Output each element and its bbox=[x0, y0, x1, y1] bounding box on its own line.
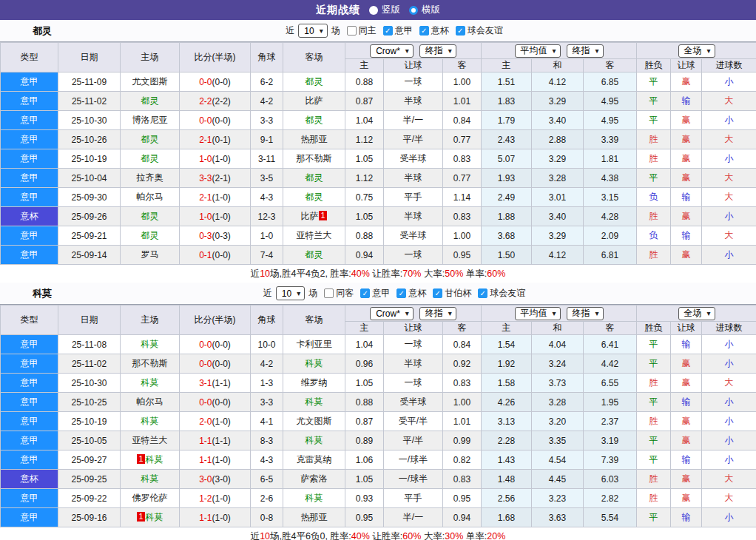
league-badge: 意甲 bbox=[1, 374, 58, 393]
summary-text: 近 bbox=[251, 269, 260, 279]
avg-home-cell: 2.49 bbox=[482, 188, 532, 207]
result-goals-cell: 小 bbox=[702, 207, 756, 226]
result-handicap-cell: 赢 bbox=[671, 374, 702, 393]
corners-cell: 9-1 bbox=[251, 130, 283, 149]
away-team-cell: 萨索洛 bbox=[283, 470, 345, 489]
away-team-cell: 都灵 bbox=[283, 169, 345, 188]
avg-source-select[interactable]: 平均值▾ bbox=[515, 44, 561, 58]
league-filter-checkbox[interactable]: ✓ bbox=[360, 288, 370, 298]
match-count-select[interactable]: 10▾ bbox=[298, 24, 327, 38]
half-time-score: (1-1) bbox=[212, 436, 231, 446]
score-cell: 1-0(1-0) bbox=[180, 207, 251, 226]
team-label: 比萨 bbox=[306, 95, 323, 106]
sub-column-header: 客 bbox=[584, 322, 637, 335]
team-label: 科莫 bbox=[141, 473, 159, 484]
chevron-down-icon: ▾ bbox=[707, 310, 711, 317]
full-time-score: 2-0 bbox=[199, 416, 212, 427]
team-label: 科莫 bbox=[141, 377, 159, 388]
result-scope-select[interactable]: 全场▾ bbox=[678, 44, 715, 58]
summary-text: 大率: bbox=[421, 269, 445, 279]
away-team-cell: 科莫 bbox=[283, 393, 345, 412]
result-group-selects: 全场▾ bbox=[637, 307, 756, 320]
league-filter-checkbox[interactable]: ✓ bbox=[478, 288, 487, 298]
team-label: 罗马 bbox=[141, 249, 159, 260]
score-cell: 0-0(0-0) bbox=[180, 335, 251, 354]
avg-source-select[interactable]: 平均值▾ bbox=[515, 307, 561, 320]
result-outcome-cell: 平 bbox=[637, 92, 671, 111]
odds-source-select[interactable]: Crow*▾ bbox=[370, 44, 414, 58]
section-team-2: 科莫 近10▾场同客✓意甲✓意杯✓甘伯杯✓球会友谊 类型日期主场比分(半场)角球… bbox=[0, 283, 756, 540]
page-title: 近期战绩 bbox=[316, 4, 360, 17]
radio-vertical-label: 竖版 bbox=[382, 4, 400, 16]
league-filter-checkbox[interactable]: ✓ bbox=[433, 288, 442, 298]
away-team-cell: 那不勒斯 bbox=[283, 149, 345, 169]
match-count-select[interactable]: 10▾ bbox=[276, 286, 305, 300]
home-team-cell: 博洛尼亚 bbox=[121, 111, 180, 130]
handicap-cell: 半球 bbox=[384, 169, 443, 188]
chevron-down-icon: ▾ bbox=[297, 290, 300, 297]
sub-column-header: 进球数 bbox=[702, 59, 756, 72]
half-time-score: (1-0) bbox=[212, 192, 231, 203]
avg-away-cell: 4.42 bbox=[584, 354, 637, 374]
away-team-cell: 科莫 bbox=[283, 354, 345, 374]
league-badge: 意甲 bbox=[1, 508, 58, 527]
chevron-down-icon: ▾ bbox=[405, 310, 409, 317]
sub-column-header: 胜负 bbox=[637, 59, 671, 72]
column-header: 主场 bbox=[121, 43, 180, 72]
table-row: 意甲25-10-04拉齐奥3-3(2-1)3-5都灵1.12半球0.771.93… bbox=[1, 169, 756, 188]
avg-draw-cell: 3.29 bbox=[532, 149, 584, 169]
odds-final-select[interactable]: 终指▾ bbox=[419, 44, 456, 58]
full-time-score: 3-1 bbox=[199, 378, 212, 388]
avg-away-cell: 6.03 bbox=[584, 470, 637, 489]
home-odds-cell: 1.05 bbox=[345, 470, 384, 489]
score-cell: 3-1(1-1) bbox=[180, 374, 251, 393]
same-venue-label: 同主 bbox=[359, 24, 377, 37]
avg-away-cell: 4.28 bbox=[584, 207, 637, 226]
table-row: 意甲25-10-30博洛尼亚0-0(0-0)3-3都灵1.04半/一0.841.… bbox=[1, 111, 756, 130]
radio-vertical-icon[interactable] bbox=[369, 6, 378, 15]
league-badge: 意甲 bbox=[1, 111, 58, 130]
avg-final-select[interactable]: 终指▾ bbox=[567, 44, 604, 58]
column-header: 比分(半场) bbox=[180, 306, 251, 335]
team-label: 亚特兰大 bbox=[297, 230, 332, 240]
avg-draw-cell: 4.45 bbox=[532, 470, 584, 489]
result-handicap-cell: 赢 bbox=[671, 246, 702, 265]
summary-text: 让胜率: bbox=[370, 531, 402, 540]
result-outcome-cell: 胜 bbox=[637, 470, 671, 489]
same-venue-checkbox[interactable] bbox=[347, 26, 357, 36]
layout-radio-horizontal[interactable]: 横版 bbox=[409, 4, 440, 16]
league-filter-checkbox[interactable]: ✓ bbox=[383, 26, 393, 36]
odds-final-select[interactable]: 终指▾ bbox=[419, 307, 456, 320]
avg-home-cell: 2.43 bbox=[482, 130, 532, 149]
result-scope-select[interactable]: 全场▾ bbox=[678, 307, 715, 320]
same-venue-checkbox[interactable] bbox=[324, 288, 334, 298]
league-filter-checkbox[interactable]: ✓ bbox=[456, 26, 465, 36]
team-label: 亚特兰大 bbox=[132, 435, 168, 445]
score-cell: 1-1(1-1) bbox=[180, 431, 251, 450]
league-filter-label: 甘伯杯 bbox=[445, 287, 471, 300]
avg-final-select[interactable]: 终指▾ bbox=[567, 307, 604, 320]
radio-horizontal-icon[interactable] bbox=[409, 6, 418, 15]
odds-source-select[interactable]: Crow*▾ bbox=[370, 307, 414, 320]
away-odds-cell: 0.83 bbox=[443, 149, 482, 169]
date-cell: 25-09-16 bbox=[58, 508, 121, 527]
date-cell: 25-10-30 bbox=[58, 111, 121, 130]
home-team-cell: 帕尔马 bbox=[121, 188, 180, 207]
half-time-score: (0-0) bbox=[212, 77, 231, 87]
home-team-cell: 科莫 bbox=[121, 374, 180, 393]
avg-away-cell: 4.38 bbox=[584, 169, 637, 188]
score-cell: 1-1(1-0) bbox=[180, 450, 251, 470]
home-team-cell: 都灵 bbox=[121, 149, 180, 169]
full-time-score: 0-0 bbox=[199, 115, 212, 126]
corners-cell: 4-2 bbox=[251, 354, 283, 374]
avg-draw-cell: 3.24 bbox=[532, 354, 584, 374]
corners-cell: 8-3 bbox=[251, 431, 283, 450]
league-filter-checkbox[interactable]: ✓ bbox=[419, 26, 429, 36]
layout-radio-vertical[interactable]: 竖版 bbox=[369, 4, 400, 16]
league-filter-checkbox[interactable]: ✓ bbox=[396, 288, 406, 298]
result-outcome-cell: 胜 bbox=[637, 130, 671, 149]
team-label: 拉齐奥 bbox=[137, 172, 163, 183]
column-header: 类型 bbox=[1, 43, 58, 72]
table-row: 意甲25-11-02那不勒斯0-0(0-0)4-2科莫0.96半球0.921.9… bbox=[1, 354, 756, 374]
team-label: 都灵 bbox=[306, 172, 323, 183]
